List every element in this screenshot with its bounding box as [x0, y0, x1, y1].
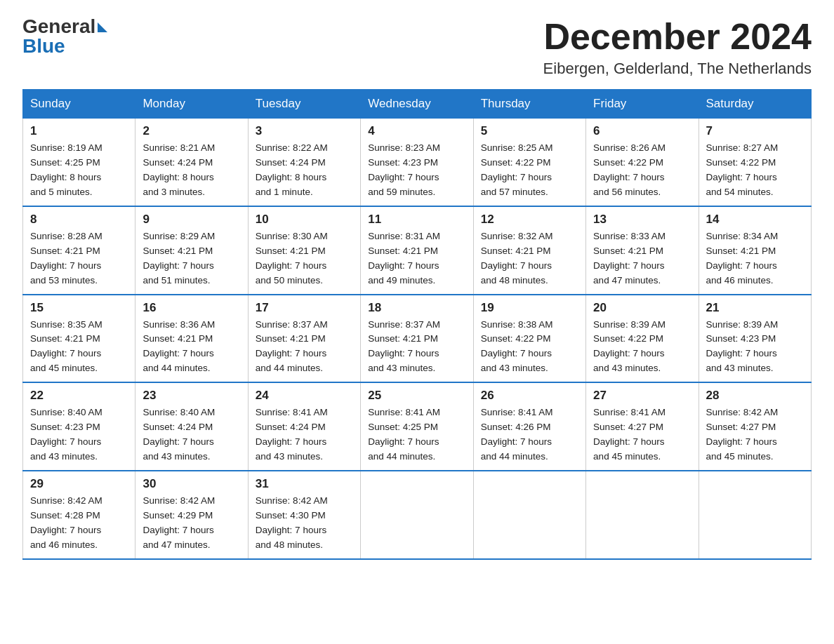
- day-number: 20: [593, 301, 691, 315]
- day-number: 5: [481, 124, 578, 138]
- day-info: Sunrise: 8:30 AMSunset: 4:21 PMDaylight:…: [256, 231, 328, 286]
- calendar-cell: [699, 471, 811, 559]
- day-info: Sunrise: 8:41 AMSunset: 4:26 PMDaylight:…: [481, 407, 553, 462]
- day-info: Sunrise: 8:39 AMSunset: 4:23 PMDaylight:…: [706, 319, 779, 374]
- calendar-header-monday: Monday: [135, 90, 248, 119]
- day-number: 31: [256, 477, 353, 491]
- day-number: 10: [256, 213, 353, 227]
- logo-arrow-icon: [98, 22, 107, 32]
- day-info: Sunrise: 8:42 AMSunset: 4:28 PMDaylight:…: [30, 495, 102, 550]
- day-number: 21: [706, 301, 804, 315]
- day-info: Sunrise: 8:26 AMSunset: 4:22 PMDaylight:…: [593, 142, 666, 197]
- day-number: 16: [143, 301, 240, 315]
- day-number: 30: [143, 477, 240, 491]
- calendar-cell: 11 Sunrise: 8:31 AMSunset: 4:21 PMDaylig…: [361, 206, 473, 295]
- calendar-cell: 30 Sunrise: 8:42 AMSunset: 4:29 PMDaylig…: [135, 471, 248, 559]
- day-number: 22: [30, 389, 128, 403]
- day-number: 23: [143, 389, 240, 403]
- day-number: 11: [368, 213, 465, 227]
- calendar-header-friday: Friday: [586, 90, 699, 119]
- calendar-week-row: 1 Sunrise: 8:19 AMSunset: 4:25 PMDayligh…: [23, 119, 812, 206]
- calendar-cell: 1 Sunrise: 8:19 AMSunset: 4:25 PMDayligh…: [23, 119, 135, 206]
- calendar-cell: 28 Sunrise: 8:42 AMSunset: 4:27 PMDaylig…: [699, 382, 811, 471]
- calendar-cell: [361, 471, 473, 559]
- day-number: 4: [368, 124, 465, 138]
- day-info: Sunrise: 8:36 AMSunset: 4:21 PMDaylight:…: [143, 319, 215, 374]
- day-number: 27: [593, 389, 691, 403]
- day-number: 24: [256, 389, 353, 403]
- day-info: Sunrise: 8:41 AMSunset: 4:24 PMDaylight:…: [256, 407, 328, 462]
- logo: General Blue: [22, 17, 107, 56]
- day-number: 3: [256, 124, 353, 138]
- day-number: 13: [593, 213, 691, 227]
- calendar-cell: 13 Sunrise: 8:33 AMSunset: 4:21 PMDaylig…: [586, 206, 699, 295]
- calendar-cell: 10 Sunrise: 8:30 AMSunset: 4:21 PMDaylig…: [248, 206, 360, 295]
- day-number: 18: [368, 301, 465, 315]
- day-info: Sunrise: 8:27 AMSunset: 4:22 PMDaylight:…: [706, 142, 779, 197]
- day-number: 14: [706, 213, 804, 227]
- day-info: Sunrise: 8:42 AMSunset: 4:30 PMDaylight:…: [256, 495, 328, 550]
- calendar-cell: 12 Sunrise: 8:32 AMSunset: 4:21 PMDaylig…: [473, 206, 585, 295]
- day-info: Sunrise: 8:42 AMSunset: 4:29 PMDaylight:…: [143, 495, 215, 550]
- day-number: 8: [30, 213, 128, 227]
- day-number: 19: [481, 301, 578, 315]
- calendar-cell: 21 Sunrise: 8:39 AMSunset: 4:23 PMDaylig…: [699, 295, 811, 383]
- calendar-cell: [586, 471, 699, 559]
- day-info: Sunrise: 8:35 AMSunset: 4:21 PMDaylight:…: [30, 319, 102, 374]
- day-info: Sunrise: 8:34 AMSunset: 4:21 PMDaylight:…: [706, 231, 779, 286]
- day-number: 2: [143, 124, 240, 138]
- calendar-cell: 18 Sunrise: 8:37 AMSunset: 4:21 PMDaylig…: [361, 295, 473, 383]
- calendar-cell: 3 Sunrise: 8:22 AMSunset: 4:24 PMDayligh…: [248, 119, 360, 206]
- calendar-cell: 24 Sunrise: 8:41 AMSunset: 4:24 PMDaylig…: [248, 382, 360, 471]
- logo-text-blue: Blue: [22, 36, 65, 56]
- calendar-header-row: SundayMondayTuesdayWednesdayThursdayFrid…: [23, 90, 812, 119]
- day-info: Sunrise: 8:33 AMSunset: 4:21 PMDaylight:…: [593, 231, 666, 286]
- calendar-table: SundayMondayTuesdayWednesdayThursdayFrid…: [22, 89, 812, 559]
- day-info: Sunrise: 8:39 AMSunset: 4:22 PMDaylight:…: [593, 319, 666, 374]
- calendar-cell: 26 Sunrise: 8:41 AMSunset: 4:26 PMDaylig…: [473, 382, 585, 471]
- day-info: Sunrise: 8:37 AMSunset: 4:21 PMDaylight:…: [368, 319, 440, 374]
- day-info: Sunrise: 8:23 AMSunset: 4:23 PMDaylight:…: [368, 142, 440, 197]
- calendar-header-wednesday: Wednesday: [361, 90, 473, 119]
- calendar-cell: 19 Sunrise: 8:38 AMSunset: 4:22 PMDaylig…: [473, 295, 585, 383]
- title-block: December 2024 Eibergen, Gelderland, The …: [543, 17, 812, 78]
- logo-general: General: [22, 17, 107, 36]
- calendar-cell: 7 Sunrise: 8:27 AMSunset: 4:22 PMDayligh…: [699, 119, 811, 206]
- day-number: 1: [30, 124, 128, 138]
- calendar-cell: 2 Sunrise: 8:21 AMSunset: 4:24 PMDayligh…: [135, 119, 248, 206]
- day-number: 29: [30, 477, 128, 491]
- calendar-cell: 9 Sunrise: 8:29 AMSunset: 4:21 PMDayligh…: [135, 206, 248, 295]
- day-info: Sunrise: 8:32 AMSunset: 4:21 PMDaylight:…: [481, 231, 553, 286]
- calendar-header-thursday: Thursday: [473, 90, 585, 119]
- day-info: Sunrise: 8:21 AMSunset: 4:24 PMDaylight:…: [143, 142, 215, 197]
- day-info: Sunrise: 8:37 AMSunset: 4:21 PMDaylight:…: [256, 319, 328, 374]
- calendar-header-saturday: Saturday: [699, 90, 811, 119]
- calendar-cell: 17 Sunrise: 8:37 AMSunset: 4:21 PMDaylig…: [248, 295, 360, 383]
- day-info: Sunrise: 8:28 AMSunset: 4:21 PMDaylight:…: [30, 231, 102, 286]
- calendar-header-tuesday: Tuesday: [248, 90, 360, 119]
- calendar-cell: 27 Sunrise: 8:41 AMSunset: 4:27 PMDaylig…: [586, 382, 699, 471]
- calendar-header-sunday: Sunday: [23, 90, 135, 119]
- calendar-cell: 20 Sunrise: 8:39 AMSunset: 4:22 PMDaylig…: [586, 295, 699, 383]
- calendar-cell: 8 Sunrise: 8:28 AMSunset: 4:21 PMDayligh…: [23, 206, 135, 295]
- page-subtitle: Eibergen, Gelderland, The Netherlands: [543, 60, 812, 78]
- day-number: 6: [593, 124, 691, 138]
- day-number: 25: [368, 389, 465, 403]
- logo-text-general: General: [22, 17, 95, 36]
- day-info: Sunrise: 8:42 AMSunset: 4:27 PMDaylight:…: [706, 407, 779, 462]
- day-number: 9: [143, 213, 240, 227]
- page-header: General Blue December 2024 Eibergen, Gel…: [22, 17, 812, 78]
- calendar-cell: 6 Sunrise: 8:26 AMSunset: 4:22 PMDayligh…: [586, 119, 699, 206]
- day-info: Sunrise: 8:40 AMSunset: 4:24 PMDaylight:…: [143, 407, 215, 462]
- day-number: 12: [481, 213, 578, 227]
- calendar-cell: 16 Sunrise: 8:36 AMSunset: 4:21 PMDaylig…: [135, 295, 248, 383]
- calendar-cell: 31 Sunrise: 8:42 AMSunset: 4:30 PMDaylig…: [248, 471, 360, 559]
- calendar-cell: 23 Sunrise: 8:40 AMSunset: 4:24 PMDaylig…: [135, 382, 248, 471]
- calendar-cell: 5 Sunrise: 8:25 AMSunset: 4:22 PMDayligh…: [473, 119, 585, 206]
- day-info: Sunrise: 8:29 AMSunset: 4:21 PMDaylight:…: [143, 231, 215, 286]
- day-info: Sunrise: 8:41 AMSunset: 4:27 PMDaylight:…: [593, 407, 666, 462]
- day-info: Sunrise: 8:41 AMSunset: 4:25 PMDaylight:…: [368, 407, 440, 462]
- day-number: 15: [30, 301, 128, 315]
- page-title: December 2024: [543, 17, 812, 57]
- day-info: Sunrise: 8:40 AMSunset: 4:23 PMDaylight:…: [30, 407, 102, 462]
